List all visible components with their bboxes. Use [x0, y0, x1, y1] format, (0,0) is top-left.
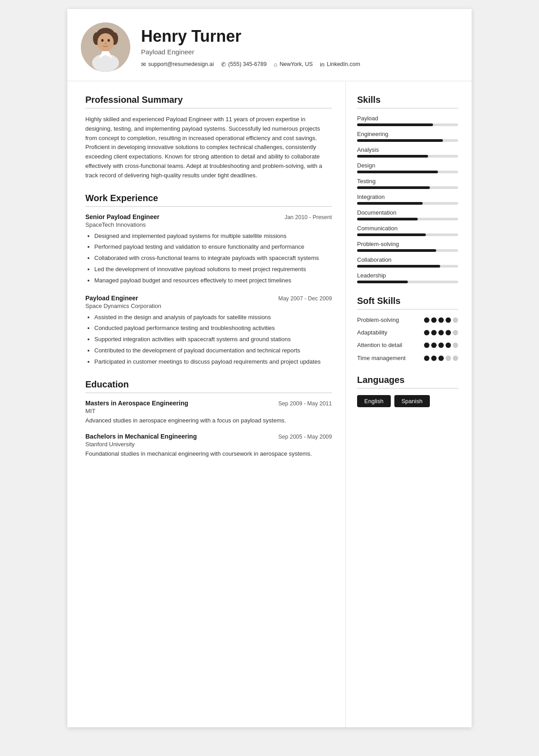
dot-filled	[438, 356, 444, 361]
skill-item-10: Leadership	[357, 272, 458, 283]
language-tags: EnglishSpanish	[357, 395, 458, 407]
edu-degree-1: Bachelors in Mechanical Engineering	[85, 433, 197, 440]
dot-filled	[431, 356, 437, 361]
skill-bar-bg-5	[357, 202, 458, 205]
skill-bar-fill-6	[357, 218, 418, 220]
skills-container: PayloadEngineeringAnalysisDesignTestingI…	[357, 115, 458, 283]
skill-name-4: Testing	[357, 178, 458, 185]
job-title-0: Senior Payload Engineer	[85, 213, 159, 220]
linkedin-icon: in	[320, 61, 324, 68]
skill-bar-bg-1	[357, 139, 458, 142]
dot-empty	[453, 343, 458, 348]
soft-skill-item-0: Problem-solving	[357, 316, 458, 324]
edu-school-0: MIT	[85, 408, 332, 414]
skill-name-8: Problem-solving	[357, 241, 458, 247]
edu-header-0: Masters in Aerospace EngineeringSep 2009…	[85, 400, 332, 407]
work-experience-section: Work Experience Senior Payload EngineerJ…	[85, 193, 332, 367]
skill-bar-fill-9	[357, 265, 440, 268]
phone-icon: ✆	[221, 61, 226, 68]
contact-text: NewYork, US	[279, 61, 313, 67]
skill-bar-fill-3	[357, 171, 438, 173]
contact-linkedin: inLinkedIn.com	[320, 61, 360, 68]
job-entry-0: Senior Payload EngineerJan 2010 - Presen…	[85, 213, 332, 286]
skill-name-6: Documentation	[357, 209, 458, 216]
edu-desc-0: Advanced studies in aerospace engineerin…	[85, 416, 332, 425]
bullet-item: Performed payload testing and validation…	[94, 242, 332, 252]
dot-filled	[446, 343, 451, 348]
skill-name-0: Payload	[357, 115, 458, 122]
dot-empty	[453, 356, 458, 361]
languages-title: Languages	[357, 375, 458, 389]
languages-section: Languages EnglishSpanish	[357, 375, 458, 407]
resume-page: Henry Turner Payload Engineer ✉support@r…	[67, 9, 472, 727]
edu-degree-0: Masters in Aerospace Engineering	[85, 400, 188, 407]
skill-bar-bg-7	[357, 233, 458, 236]
skill-name-2: Analysis	[357, 146, 458, 153]
skill-item-5: Integration	[357, 193, 458, 205]
skill-bar-fill-2	[357, 155, 428, 158]
header: Henry Turner Payload Engineer ✉support@r…	[67, 9, 472, 81]
header-info: Henry Turner Payload Engineer ✉support@r…	[141, 26, 454, 67]
professional-summary-section: Professional Summary Highly skilled and …	[85, 95, 332, 180]
soft-skill-name-2: Attention to detail	[357, 341, 424, 349]
skill-bar-bg-8	[357, 249, 458, 252]
skill-item-3: Design	[357, 162, 458, 173]
skill-name-10: Leadership	[357, 272, 458, 279]
edu-dates-1: Sep 2005 - May 2009	[278, 434, 332, 440]
dot-filled	[438, 343, 444, 348]
skill-name-3: Design	[357, 162, 458, 169]
dots-container-1	[424, 330, 458, 335]
svg-point-10	[92, 54, 119, 72]
dot-empty	[453, 317, 458, 323]
job-company-1: Space Dynamics Corporation	[85, 303, 332, 309]
email-icon: ✉	[141, 61, 146, 68]
edu-dates-0: Sep 2009 - May 2011	[278, 400, 332, 407]
edu-entry-1: Bachelors in Mechanical EngineeringSep 2…	[85, 433, 332, 458]
job-header-1: Payload EngineerMay 2007 - Dec 2009	[85, 294, 332, 302]
skill-bar-bg-6	[357, 218, 458, 220]
skill-name-1: Engineering	[357, 131, 458, 137]
skill-bar-bg-2	[357, 155, 458, 158]
skill-bar-bg-10	[357, 281, 458, 283]
education-title: Education	[85, 379, 332, 393]
dots-container-0	[424, 317, 458, 323]
skill-item-8: Problem-solving	[357, 241, 458, 252]
skill-item-0: Payload	[357, 115, 458, 126]
education-section: Education Masters in Aerospace Engineeri…	[85, 379, 332, 458]
education-container: Masters in Aerospace EngineeringSep 2009…	[85, 400, 332, 458]
svg-point-6	[102, 39, 104, 42]
jobs-container: Senior Payload EngineerJan 2010 - Presen…	[85, 213, 332, 367]
job-dates-0: Jan 2010 - Present	[284, 214, 332, 220]
soft-skill-name-0: Problem-solving	[357, 316, 424, 324]
left-column: Professional Summary Highly skilled and …	[67, 81, 346, 727]
skills-title: Skills	[357, 95, 458, 109]
skill-item-4: Testing	[357, 178, 458, 189]
skill-bar-fill-5	[357, 202, 423, 205]
dot-filled	[424, 317, 429, 323]
dot-filled	[424, 330, 429, 335]
soft-skill-item-2: Attention to detail	[357, 341, 458, 349]
bullet-item: Conducted payload performance testing an…	[94, 324, 332, 333]
skill-name-5: Integration	[357, 193, 458, 200]
svg-point-7	[108, 39, 110, 42]
svg-point-8	[105, 43, 106, 45]
skill-bar-fill-4	[357, 186, 430, 189]
header-title: Payload Engineer	[141, 48, 454, 56]
dot-filled	[438, 330, 444, 335]
dot-empty	[453, 330, 458, 335]
job-dates-1: May 2007 - Dec 2009	[278, 295, 332, 302]
work-experience-title: Work Experience	[85, 193, 332, 207]
dot-filled	[438, 317, 444, 323]
soft-skill-item-1: Adaptability	[357, 329, 458, 337]
bullet-item: Contributed to the development of payloa…	[94, 346, 332, 356]
edu-desc-1: Foundational studies in mechanical engin…	[85, 449, 332, 458]
contact-text: LinkedIn.com	[327, 61, 360, 67]
skill-item-9: Collaboration	[357, 256, 458, 268]
job-company-0: SpaceTech Innovations	[85, 221, 332, 228]
dots-container-3	[424, 356, 458, 361]
skill-name-9: Collaboration	[357, 256, 458, 263]
dot-filled	[424, 356, 429, 361]
dot-filled	[431, 343, 437, 348]
main-content: Professional Summary Highly skilled and …	[67, 81, 472, 727]
skill-item-6: Documentation	[357, 209, 458, 220]
